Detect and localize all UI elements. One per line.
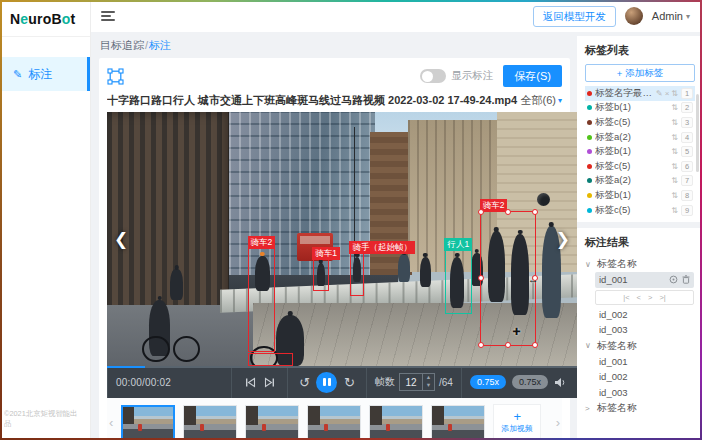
sort-icon[interactable]: ⇅	[671, 118, 678, 127]
video-thumbnail-5[interactable]	[369, 405, 423, 440]
resize-handle[interactable]	[478, 275, 484, 281]
bbox-cyclist-1[interactable]: 骑车1	[313, 259, 329, 291]
prev-page-icon[interactable]: <	[637, 293, 641, 302]
last-frame-icon[interactable]: >|	[659, 293, 665, 302]
logo-part: t	[71, 11, 76, 27]
avatar[interactable]	[625, 7, 643, 25]
sort-icon[interactable]: ⇅	[671, 176, 678, 185]
frame-spinner[interactable]: ▲▼	[422, 374, 434, 390]
collapse-menu-icon[interactable]	[101, 11, 115, 21]
edit-label-icon[interactable]: ✎	[656, 89, 663, 98]
locate-target-icon[interactable]	[669, 275, 678, 284]
video-thumbnail-4[interactable]	[307, 405, 361, 440]
video-thumbnail-6[interactable]	[431, 405, 485, 440]
label-row[interactable]: 标签b(1) ⇅ 8	[585, 188, 695, 203]
label-order: 7	[681, 175, 693, 186]
label-row[interactable]: 标签a(2) ⇅ 4	[585, 130, 695, 145]
result-item-selected[interactable]: id_001	[595, 272, 694, 288]
group-name: 标签名称	[597, 339, 637, 353]
resize-handle[interactable]	[532, 342, 538, 348]
result-item[interactable]: id_001	[585, 354, 694, 370]
label-color-dot	[587, 208, 592, 213]
result-group[interactable]: ∨ 标签名称	[585, 338, 694, 354]
resize-handle[interactable]	[505, 209, 511, 215]
sort-icon[interactable]: ⇅	[671, 147, 678, 156]
next-frame-icon[interactable]	[264, 377, 275, 388]
resize-handle[interactable]	[505, 342, 511, 348]
sort-icon[interactable]: ⇅	[671, 89, 678, 98]
first-frame-icon[interactable]: |<	[623, 293, 629, 302]
video-thumbnail-1[interactable]	[121, 405, 175, 440]
thumbs-prev-arrow[interactable]: ‹	[109, 415, 113, 430]
show-annotation-toggle[interactable]	[420, 69, 446, 83]
save-button[interactable]: 保存(S)	[503, 65, 562, 87]
resize-handle[interactable]	[532, 209, 538, 215]
result-item[interactable]: id_002	[585, 307, 694, 323]
sort-icon[interactable]: ⇅	[671, 206, 678, 215]
group-name: 标签名称	[597, 257, 637, 271]
thumbs-next-arrow[interactable]: ›	[556, 415, 560, 430]
bounding-box-tool-icon[interactable]	[107, 68, 124, 85]
label-row[interactable]: 标签b(1) ⇅ 2	[585, 101, 695, 116]
label-row[interactable]: 标签a(2) ⇅ 7	[585, 174, 695, 189]
sort-icon[interactable]: ⇅	[671, 103, 678, 112]
video-thumbnail-2[interactable]	[183, 405, 237, 440]
result-group[interactable]: > 标签名称	[585, 400, 694, 416]
left-sidebar: NeuroBot ✎ 标注 ©2021北京矩视智能出品	[0, 0, 91, 440]
trash-icon[interactable]	[682, 275, 690, 284]
breadcrumb-parent[interactable]: 目标追踪	[100, 39, 144, 51]
next-video-arrow[interactable]: ❯	[556, 231, 570, 248]
frame-number-input[interactable]	[400, 374, 422, 390]
sort-icon[interactable]: ⇅	[671, 162, 678, 171]
add-video-label: 添加视频	[502, 423, 533, 434]
filter-dropdown[interactable]: 全部(6) ▾	[521, 93, 562, 108]
bbox-label: 骑车1	[312, 247, 340, 260]
pencil-icon: ✎	[13, 68, 22, 81]
label-order: 6	[681, 161, 693, 172]
resize-handle[interactable]	[478, 209, 484, 215]
scrollbar[interactable]	[696, 94, 699, 172]
plus-icon: +	[617, 68, 623, 79]
speed-secondary-pill[interactable]: 0.75x	[512, 375, 548, 389]
label-name: 标签b(1)	[595, 189, 669, 202]
video-canvas[interactable]: 骑车2 骑车1 骑手（起始帧） 行人1 骑车2	[107, 112, 577, 366]
next-page-icon[interactable]: >	[648, 293, 652, 302]
result-item[interactable]: id_002	[585, 369, 694, 385]
label-list-title: 标签列表	[585, 43, 695, 58]
spinner-up-icon[interactable]: ▲	[426, 375, 431, 381]
pause-button[interactable]	[316, 372, 337, 393]
label-name: 标签a(2)	[595, 174, 669, 187]
delete-label-icon[interactable]: ×	[665, 89, 670, 98]
rewind-10-icon[interactable]: ↺	[299, 376, 310, 389]
label-list-panel: 标签列表 + 添加标签 标签名字最长数... ✎ × ⇅ 1 标签b(1) ⇅ …	[577, 36, 700, 222]
bbox-cyclist-2[interactable]: 骑车2	[248, 248, 275, 352]
label-row[interactable]: 标签c(5) ⇅ 3	[585, 115, 695, 130]
progress-bar[interactable]	[107, 366, 577, 368]
user-menu[interactable]: Admin ▾	[652, 10, 690, 22]
sort-icon[interactable]: ⇅	[671, 191, 678, 200]
prev-video-arrow[interactable]: ❮	[114, 231, 128, 248]
label-row[interactable]: 标签名字最长数... ✎ × ⇅ 1	[585, 86, 695, 101]
label-row[interactable]: 标签c(5) ⇅ 6	[585, 159, 695, 174]
add-video-button[interactable]: + 添加视频	[493, 404, 541, 440]
label-row[interactable]: 标签b(1) ⇅ 5	[585, 144, 695, 159]
forward-10-icon[interactable]: ↻	[344, 376, 355, 389]
bbox-rider-startframe[interactable]: 骑手（起始帧）	[350, 253, 364, 296]
video-thumbnail-3[interactable]	[245, 405, 299, 440]
back-to-model-dev-button[interactable]: 返回模型开发	[533, 6, 616, 27]
spinner-down-icon[interactable]: ▼	[426, 383, 431, 389]
result-group[interactable]: ∨ 标签名称	[585, 256, 694, 272]
bbox-pedestrian-1[interactable]: 行人1	[445, 250, 472, 315]
sort-icon[interactable]: ⇅	[671, 133, 678, 142]
sidebar-item-annotate[interactable]: ✎ 标注	[0, 57, 90, 91]
breadcrumb: 目标追踪/标注	[100, 38, 570, 53]
volume-icon[interactable]	[554, 377, 567, 388]
bbox-cyclist-2-selected[interactable]: 骑车2 ↔ ✚	[480, 211, 535, 346]
result-item[interactable]: id_003	[585, 322, 694, 338]
result-item[interactable]: id_003	[585, 385, 694, 401]
label-row[interactable]: 标签c(5) ⇅ 9	[585, 203, 695, 218]
speed-active-pill[interactable]: 0.75x	[470, 375, 506, 389]
prev-frame-icon[interactable]	[245, 377, 256, 388]
add-label-button[interactable]: + 添加标签	[585, 64, 695, 82]
resize-handle[interactable]	[478, 342, 484, 348]
